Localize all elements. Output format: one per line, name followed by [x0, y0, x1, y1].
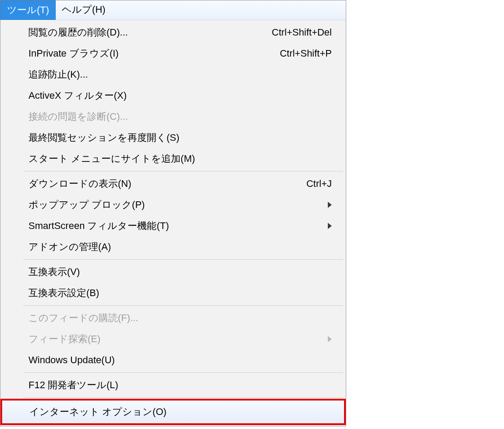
menu-view-downloads[interactable]: ダウンロードの表示(N) Ctrl+J: [1, 173, 345, 194]
menu-diagnose-connection: 接続の問題を診断(C)...: [1, 106, 345, 127]
menu-item-label: F12 開発者ツール(L): [28, 379, 332, 392]
highlight-internet-options: インターネット オプション(O): [0, 399, 346, 425]
menu-item-shortcut: Ctrl+J: [306, 178, 332, 189]
menu-item-label: InPrivate ブラウズ(I): [28, 47, 271, 60]
menu-item-label: ダウンロードの表示(N): [28, 177, 298, 190]
tools-dropdown: 閲覧の履歴の削除(D)... Ctrl+Shift+Del InPrivate …: [0, 20, 346, 426]
menubar-help[interactable]: ヘルプ(H): [56, 0, 112, 20]
menu-item-shortcut: Ctrl+Shift+P: [280, 48, 332, 59]
menu-item-label: インターネット オプション(O): [29, 405, 331, 418]
menu-compat-view-settings[interactable]: 互換表示設定(B): [1, 282, 345, 304]
submenu-arrow-icon: [328, 202, 332, 208]
menu-compat-view[interactable]: 互換表示(V): [1, 261, 345, 282]
menu-item-label: Windows Update(U): [28, 354, 332, 366]
menu-add-site-to-start[interactable]: スタート メニューにサイトを追加(M): [1, 148, 345, 169]
menu-item-label: 互換表示設定(B): [28, 286, 332, 300]
submenu-arrow-icon: [328, 336, 332, 342]
menu-separator: [23, 305, 343, 306]
submenu-arrow-icon: [328, 223, 332, 229]
menu-item-label: スタート メニューにサイトを追加(M): [28, 152, 332, 165]
menubar-tools-label: ツール(T): [7, 4, 49, 15]
menu-separator: [23, 171, 343, 172]
menu-manage-addons[interactable]: アドオンの管理(A): [1, 236, 345, 257]
menu-item-shortcut: Ctrl+Shift+Del: [272, 27, 332, 38]
menu-item-label: アドオンの管理(A): [28, 240, 332, 254]
menu-item-label: このフィードの購読(F)...: [28, 311, 332, 325]
menubar-tools[interactable]: ツール(T): [0, 0, 56, 20]
menu-delete-browsing-history[interactable]: 閲覧の履歴の削除(D)... Ctrl+Shift+Del: [1, 22, 345, 43]
menu-f12-devtools[interactable]: F12 開発者ツール(L): [1, 375, 345, 396]
menu-separator: [23, 397, 343, 398]
menu-tracking-protection[interactable]: 追跡防止(K)...: [1, 64, 345, 85]
menu-item-label: 閲覧の履歴の削除(D)...: [28, 26, 263, 39]
menu-feed-discovery: フィード探索(E): [1, 329, 345, 350]
menu-inprivate-browsing[interactable]: InPrivate ブラウズ(I) Ctrl+Shift+P: [1, 43, 345, 64]
menu-separator: [23, 372, 343, 373]
menu-subscribe-feed: このフィードの購読(F)...: [1, 307, 345, 329]
menu-separator: [23, 259, 343, 260]
menu-smartscreen-filter[interactable]: SmartScreen フィルター機能(T): [1, 215, 345, 236]
menu-item-label: ActiveX フィルター(X): [28, 89, 332, 102]
menu-item-label: SmartScreen フィルター機能(T): [28, 219, 323, 232]
menu-item-label: ポップアップ ブロック(P): [28, 198, 323, 211]
menu-item-label: 追跡防止(K)...: [28, 68, 332, 81]
menu-item-label: 最終閲覧セッションを再度開く(S): [28, 131, 332, 144]
menu-item-label: フィード探索(E): [28, 332, 323, 346]
menu-item-label: 互換表示(V): [28, 265, 332, 279]
menu-popup-blocker[interactable]: ポップアップ ブロック(P): [1, 194, 345, 215]
menu-windows-update[interactable]: Windows Update(U): [1, 350, 345, 371]
menubar-help-label: ヘルプ(H): [62, 4, 106, 15]
tools-menu-window: ツール(T) ヘルプ(H) 閲覧の履歴の削除(D)... Ctrl+Shift+…: [0, 0, 346, 426]
menu-item-label: 接続の問題を診断(C)...: [28, 110, 332, 123]
menu-internet-options[interactable]: インターネット オプション(O): [2, 401, 344, 422]
menu-activex-filter[interactable]: ActiveX フィルター(X): [1, 85, 345, 106]
menu-reopen-last-session[interactable]: 最終閲覧セッションを再度開く(S): [1, 127, 345, 148]
menubar: ツール(T) ヘルプ(H): [0, 0, 346, 20]
